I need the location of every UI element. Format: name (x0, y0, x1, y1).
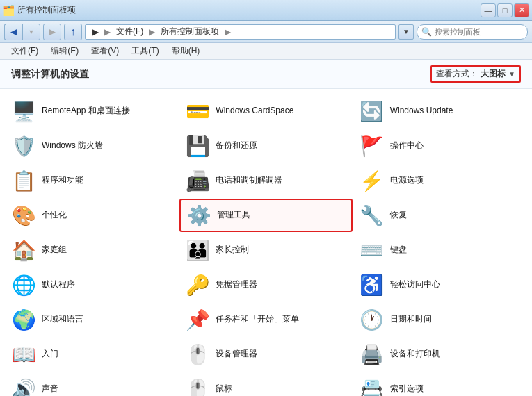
taskbar-start-label: 任务栏和「开始」菜单 (216, 314, 299, 325)
date-time-icon: 🕐 (360, 307, 385, 332)
address-dropdown[interactable]: ▼ (398, 24, 414, 40)
search-icon: 🔍 (421, 27, 432, 37)
path-separator-3: ▶ (225, 27, 231, 37)
icon-item-ease-access[interactable]: ♿轻松访问中心 (354, 268, 526, 302)
content-area: 调整计算机的设置 查看方式： 大图标 ▼ 🖥️RemoteApp 和桌面连接💳W… (0, 60, 532, 396)
icon-item-mouse[interactable]: 🖱️鼠标 (179, 372, 352, 396)
maximize-button[interactable]: □ (497, 3, 513, 17)
search-input[interactable] (435, 28, 518, 36)
path-separator-2: ▶ (149, 27, 155, 37)
menu-view[interactable]: 查看(V) (86, 44, 124, 58)
ease-access-icon: ♿ (360, 272, 385, 297)
sound-label: 声音 (42, 383, 58, 395)
icon-item-action-center[interactable]: 🚩操作中心 (354, 129, 526, 163)
card-space-label: Windows CardSpace (216, 106, 293, 117)
index-options-icon: 📇 (360, 377, 385, 396)
icon-item-region-lang[interactable]: 🌍区域和语言 (6, 303, 178, 336)
icon-item-credential-mgr[interactable]: 🔑凭据管理器 (179, 268, 352, 302)
getting-started-icon: 📖 (11, 342, 36, 367)
ease-access-label: 轻松访问中心 (390, 279, 440, 290)
path-segment-control-panel[interactable]: 文件(F) (113, 25, 146, 38)
parental-label: 家长控制 (216, 245, 249, 256)
devices-printers-icon: 🖨️ (360, 342, 385, 367)
view-label: 查看方式： (436, 68, 478, 80)
icon-item-keyboard[interactable]: ⌨️键盘 (354, 233, 526, 267)
icon-item-admin-tools[interactable]: ⚙️管理工具 (179, 199, 352, 232)
programs-label: 程序和功能 (42, 175, 83, 186)
forward-button[interactable]: ▶ (43, 24, 61, 40)
action-center-icon: 🚩 (360, 133, 385, 158)
icon-item-phone-modem[interactable]: 📠电话和调制解调器 (179, 164, 352, 197)
devices-printers-label: 设备和打印机 (390, 349, 440, 360)
icon-item-programs[interactable]: 📋程序和功能 (6, 164, 178, 197)
view-options[interactable]: 查看方式： 大图标 ▼ (430, 65, 521, 83)
minimize-button[interactable]: — (481, 3, 496, 17)
menu-file[interactable]: 文件(F) (6, 44, 44, 58)
icon-item-recovery[interactable]: 🔧恢复 (354, 199, 526, 232)
windows-update-icon: 🔄 (360, 99, 385, 124)
credential-mgr-icon: 🔑 (185, 272, 210, 297)
title-bar: 🗂️ 所有控制面板项 — □ ✕ (0, 0, 532, 21)
keyboard-label: 键盘 (390, 245, 407, 256)
path-segment-all[interactable]: 所有控制面板项 (158, 25, 222, 38)
remote-app-label: RemoteApp 和桌面连接 (42, 106, 130, 117)
recovery-icon: 🔧 (360, 203, 385, 228)
default-programs-icon: 🌐 (11, 272, 36, 297)
icon-item-personalize[interactable]: 🎨个性化 (6, 199, 178, 232)
personalize-label: 个性化 (42, 210, 67, 221)
window-controls: — □ ✕ (481, 3, 529, 17)
recovery-label: 恢复 (390, 210, 407, 221)
path-segment-1[interactable]: ▶ (90, 26, 102, 38)
icon-item-getting-started[interactable]: 📖入门 (6, 338, 178, 371)
icon-item-firewall[interactable]: 🛡️Windows 防火墙 (6, 129, 178, 163)
icons-grid: 🖥️RemoteApp 和桌面连接💳Windows CardSpace🔄Wind… (0, 89, 532, 396)
action-center-label: 操作中心 (390, 140, 424, 151)
phone-modem-label: 电话和调制解调器 (216, 175, 282, 186)
mouse-icon: 🖱️ (185, 377, 210, 396)
search-box[interactable]: 🔍 (417, 24, 528, 40)
icon-item-parental[interactable]: 👪家长控制 (179, 233, 352, 267)
icon-item-remote-app[interactable]: 🖥️RemoteApp 和桌面连接 (6, 94, 178, 128)
address-path[interactable]: ▶ ▶ 文件(F) ▶ 所有控制面板项 ▶ (85, 24, 396, 40)
back-button[interactable]: ◀ (4, 24, 22, 40)
admin-tools-label: 管理工具 (217, 210, 250, 221)
view-dropdown-arrow[interactable]: ▼ (508, 70, 515, 78)
device-mgr-icon: 🖱️ (185, 342, 210, 367)
homegroup-label: 家庭组 (42, 245, 67, 256)
panel-header: 调整计算机的设置 查看方式： 大图标 ▼ (0, 60, 532, 89)
card-space-icon: 💳 (185, 99, 210, 124)
icon-item-sound[interactable]: 🔊声音 (6, 372, 178, 396)
programs-icon: 📋 (11, 168, 36, 193)
close-button[interactable]: ✕ (514, 3, 529, 17)
nav-buttons: ◀ ▼ (4, 24, 40, 40)
icon-item-devices-printers[interactable]: 🖨️设备和打印机 (354, 338, 526, 371)
icon-item-index-options[interactable]: 📇索引选项 (354, 372, 526, 396)
up-button[interactable]: ↑ (64, 24, 82, 40)
icon-item-backup[interactable]: 💾备份和还原 (179, 129, 352, 163)
menu-tools[interactable]: 工具(T) (126, 44, 164, 58)
default-programs-label: 默认程序 (42, 279, 75, 290)
menu-help[interactable]: 帮助(H) (166, 44, 206, 58)
icon-item-power[interactable]: ⚡电源选项 (354, 164, 526, 197)
getting-started-label: 入门 (42, 349, 58, 360)
homegroup-icon: 🏠 (11, 238, 36, 263)
icon-item-default-programs[interactable]: 🌐默认程序 (6, 268, 178, 302)
sound-icon: 🔊 (11, 377, 36, 396)
menu-edit[interactable]: 编辑(E) (45, 44, 84, 58)
date-time-label: 日期和时间 (390, 314, 432, 325)
firewall-label: Windows 防火墙 (42, 140, 103, 151)
window-title: 所有控制面板项 (17, 4, 76, 16)
index-options-label: 索引选项 (390, 383, 424, 395)
icon-item-date-time[interactable]: 🕐日期和时间 (354, 303, 526, 336)
icon-item-device-mgr[interactable]: 🖱️设备管理器 (179, 338, 352, 371)
icon-item-card-space[interactable]: 💳Windows CardSpace (179, 94, 352, 128)
dropdown-button[interactable]: ▼ (22, 24, 40, 40)
backup-icon: 💾 (185, 133, 210, 158)
taskbar-start-icon: 📌 (185, 307, 210, 332)
icon-item-taskbar-start[interactable]: 📌任务栏和「开始」菜单 (179, 303, 352, 336)
menu-bar: 文件(F) 编辑(E) 查看(V) 工具(T) 帮助(H) (0, 43, 532, 60)
icon-item-homegroup[interactable]: 🏠家庭组 (6, 233, 178, 267)
icon-item-windows-update[interactable]: 🔄Windows Update (354, 94, 526, 128)
mouse-label: 鼠标 (216, 383, 232, 395)
panel-title: 调整计算机的设置 (11, 68, 89, 81)
